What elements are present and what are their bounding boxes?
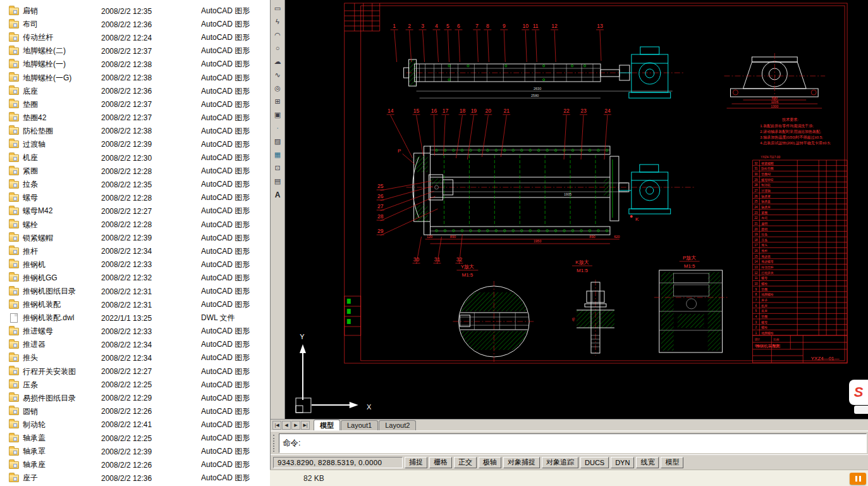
arc-tool-icon[interactable]: ◠ xyxy=(272,29,284,41)
file-date: 2008/2/2 12:35 xyxy=(101,7,201,16)
dyn-toggle[interactable]: DYN xyxy=(611,457,634,468)
file-date: 2008/2/2 12:38 xyxy=(101,127,201,135)
file-type: AutoCAD 图形 xyxy=(201,339,270,350)
polyline-tool-icon[interactable]: ϟ xyxy=(272,16,284,28)
lineweight-toggle[interactable]: 线宽 xyxy=(636,457,659,468)
file-icon xyxy=(9,341,19,349)
file-row[interactable]: 锁紧螺帽 2008/2/2 12:39 AutoCAD 图形 xyxy=(0,232,270,245)
file-row[interactable]: 垫圈 2008/2/2 12:37 AutoCAD 图形 xyxy=(0,98,270,111)
command-input[interactable]: 命令: xyxy=(279,433,867,453)
file-row[interactable]: 地脚螺栓(一) 2008/2/2 12:38 AutoCAD 图形 xyxy=(0,58,270,71)
svg-text:14: 14 xyxy=(388,108,394,114)
file-row[interactable]: 布司 2008/2/2 12:36 AutoCAD 图形 xyxy=(0,18,270,31)
file-date: 2008/2/2 12:41 xyxy=(101,420,201,429)
gradient-tool-icon[interactable]: ▦ xyxy=(272,149,284,161)
circle-tool-icon[interactable]: ○ xyxy=(272,42,284,54)
ducs-toggle[interactable]: DUCS xyxy=(580,457,609,468)
file-name: 推头 xyxy=(23,352,101,363)
file-type: AutoCAD 图形 xyxy=(201,166,270,177)
coordinate-readout[interactable]: 9343.8290, 8288.5319, 0.0000 xyxy=(273,457,403,468)
command-window-grip[interactable] xyxy=(273,435,277,452)
tab-model[interactable]: 模型 xyxy=(314,420,340,430)
file-row[interactable]: 拉条 2008/2/2 12:35 AutoCAD 图形 xyxy=(0,178,270,191)
file-name: 轴承罩 xyxy=(23,446,101,457)
status-bar: 9343.8290, 8288.5319, 0.0000 捕捉 栅格 正交 极轴… xyxy=(271,454,868,470)
svg-text:17: 17 xyxy=(754,244,758,247)
snap-toggle[interactable]: 捕捉 xyxy=(405,457,427,468)
file-row[interactable]: 座子 2008/2/2 12:36 AutoCAD 图形 xyxy=(0,471,270,485)
svg-text:比例: 比例 xyxy=(773,338,779,342)
input-keyboard-tray-icon[interactable] xyxy=(850,473,866,485)
osnap-toggle[interactable]: 对象捕捉 xyxy=(503,457,540,468)
tab-scroll-prev-icon[interactable]: ◀ xyxy=(282,421,291,430)
file-row[interactable]: 推钢机图纸目录 2008/2/2 12:31 AutoCAD 图形 xyxy=(0,285,270,298)
make-block-tool-icon[interactable]: ▣ xyxy=(272,109,284,121)
table-tool-icon[interactable]: ▤ xyxy=(272,175,284,187)
file-row[interactable]: 扁销 2008/2/2 12:35 AutoCAD 图形 xyxy=(0,4,270,18)
file-row[interactable]: 垫圈42 2008/2/2 12:37 AutoCAD 图形 xyxy=(0,111,270,125)
file-row[interactable]: 轴承座 2008/2/2 12:26 AutoCAD 图形 xyxy=(0,458,270,471)
mtext-tool-icon[interactable]: A xyxy=(272,189,284,201)
file-name: 地脚螺栓(二) xyxy=(23,46,101,56)
file-row[interactable]: 推进器 2008/2/2 12:34 AutoCAD 图形 xyxy=(0,338,270,351)
hatch-tool-icon[interactable]: ▨ xyxy=(272,135,284,147)
ortho-toggle[interactable]: 正交 xyxy=(454,457,477,468)
svg-text:2630: 2630 xyxy=(534,87,541,90)
file-row[interactable]: 传动丝杆 2008/2/2 12:24 AutoCAD 图形 xyxy=(0,31,270,44)
file-row[interactable]: 底座 2008/2/2 12:36 AutoCAD 图形 xyxy=(0,85,270,98)
file-row[interactable]: 推钢机装配.dwl 2022/1/1 13:25 DWL 文件 xyxy=(0,311,270,325)
file-icon xyxy=(9,127,19,135)
tab-layout1[interactable]: Layout1 xyxy=(341,420,378,430)
file-icon xyxy=(9,61,19,68)
file-row[interactable]: 推进螺母 2008/2/2 12:33 AutoCAD 图形 xyxy=(0,325,270,338)
file-row[interactable]: 地脚螺栓(二) 2008/2/2 12:37 AutoCAD 图形 xyxy=(0,44,270,58)
tab-scroll-first-icon[interactable]: |◀ xyxy=(272,421,281,430)
file-row[interactable]: 地脚螺栓(一G) 2008/2/2 12:38 AutoCAD 图形 xyxy=(0,71,270,84)
file-row[interactable]: 螺母 2008/2/2 12:28 AutoCAD 图形 xyxy=(0,191,270,204)
revcloud-tool-icon[interactable]: ☁ xyxy=(272,56,284,68)
file-row[interactable]: 轴承盖 2008/2/2 12:25 AutoCAD 图形 xyxy=(0,432,270,445)
file-icon xyxy=(9,381,19,389)
tab-scroll-next-icon[interactable]: ▶ xyxy=(291,421,300,430)
file-row[interactable]: 压条 2008/2/2 12:25 AutoCAD 图形 xyxy=(0,378,270,392)
file-row[interactable]: 推杆 2008/2/2 12:34 AutoCAD 图形 xyxy=(0,245,270,258)
file-date: 2008/2/2 12:37 xyxy=(101,47,201,56)
point-tool-icon[interactable]: · xyxy=(272,122,284,134)
file-row[interactable]: 机座 2008/2/2 12:30 AutoCAD 图形 xyxy=(0,151,270,165)
file-row[interactable]: 轴承罩 2008/2/2 12:39 AutoCAD 图形 xyxy=(0,445,270,458)
file-row[interactable]: 推钢机GG 2008/2/2 12:32 AutoCAD 图形 xyxy=(0,271,270,285)
file-row[interactable]: 圆销 2008/2/2 12:26 AutoCAD 图形 xyxy=(0,405,270,418)
file-row[interactable]: 推钢机装配 2008/2/2 12:31 AutoCAD 图形 xyxy=(0,298,270,311)
svg-text:推杆: 推杆 xyxy=(761,249,767,252)
svg-text:25: 25 xyxy=(754,200,758,203)
drawing-canvas[interactable]: 2630 2580 xyxy=(284,0,868,419)
file-type: AutoCAD 图形 xyxy=(201,99,270,110)
svg-text:底座: 底座 xyxy=(761,309,767,313)
model-toggle[interactable]: 模型 xyxy=(661,457,683,468)
grid-toggle[interactable]: 栅格 xyxy=(429,457,452,468)
file-row[interactable]: 过渡轴 2008/2/2 12:39 AutoCAD 图形 xyxy=(0,138,270,151)
file-date: 2008/2/2 12:39 xyxy=(101,234,201,242)
sogou-sidebar-handle[interactable] xyxy=(854,406,868,414)
file-row[interactable]: 螺母M42 2008/2/2 12:27 AutoCAD 图形 xyxy=(0,204,270,218)
file-row[interactable]: 紧圈 2008/2/2 12:28 AutoCAD 图形 xyxy=(0,165,270,178)
tab-scroll-last-icon[interactable]: ▶| xyxy=(301,421,310,430)
otrack-toggle[interactable]: 对象追踪 xyxy=(542,457,578,468)
file-row[interactable]: 易损件图纸目录 2008/2/2 12:29 AutoCAD 图形 xyxy=(0,392,270,405)
svg-text:压条: 压条 xyxy=(761,238,767,242)
file-row[interactable]: 制动轮 2008/2/2 12:41 AutoCAD 图形 xyxy=(0,418,270,432)
tab-layout2[interactable]: Layout2 xyxy=(379,420,416,430)
file-row[interactable]: 行程开关安装图 2008/2/2 12:27 AutoCAD 图形 xyxy=(0,365,270,378)
rectangle-tool-icon[interactable]: ▭ xyxy=(272,3,284,15)
ellipse-tool-icon[interactable]: ◎ xyxy=(272,82,284,94)
file-type: AutoCAD 图形 xyxy=(201,113,270,123)
file-row[interactable]: 推头 2008/2/2 12:34 AutoCAD 图形 xyxy=(0,351,270,364)
file-row[interactable]: 螺栓 2008/2/2 12:28 AutoCAD 图形 xyxy=(0,218,270,232)
insert-block-tool-icon[interactable]: ⊞ xyxy=(272,96,284,108)
spline-tool-icon[interactable]: ∿ xyxy=(272,69,284,81)
region-tool-icon[interactable]: ⊡ xyxy=(272,162,284,174)
file-row[interactable]: 推钢机 2008/2/2 12:33 AutoCAD 图形 xyxy=(0,258,270,271)
polar-toggle[interactable]: 极轴 xyxy=(479,457,501,468)
file-row[interactable]: 防松垫圈 2008/2/2 12:38 AutoCAD 图形 xyxy=(0,125,270,138)
sogou-input-icon[interactable]: S xyxy=(849,380,868,405)
